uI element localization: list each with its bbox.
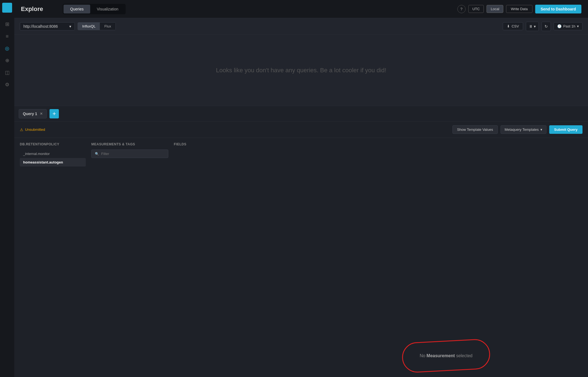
local-button[interactable]: Local (487, 5, 503, 13)
query-tab-1-close[interactable]: ✕ (40, 112, 43, 116)
submit-query-button[interactable]: Submit Query (549, 125, 582, 134)
sidebar-icon-dashboard[interactable]: ⊞ (3, 20, 12, 29)
topbar: Explore Queries Visualization ? UTC Loca… (14, 0, 588, 18)
fields-col: Fields (174, 142, 229, 325)
empty-query-message: Looks like you don't have any queries. B… (216, 67, 386, 74)
query-tab-1-label: Query 1 (23, 112, 37, 116)
toolbar-right: ⬇ CSV ⏸ ▾ ↻ 🕐 Past 1h ▾ (503, 22, 582, 31)
sidebar-icon-nav1[interactable]: ≡ (3, 32, 12, 41)
help-button[interactable]: ? (457, 5, 466, 13)
db-col-header: DB.RetentionPolicy (20, 142, 86, 146)
download-icon: ⬇ (507, 24, 510, 28)
sidebar-icon-nav2[interactable]: ⊕ (3, 56, 12, 65)
csv-label: CSV (512, 24, 519, 28)
sidebar-icon-nav3[interactable]: ◫ (3, 68, 12, 77)
time-range-label: Past 1h (563, 24, 575, 28)
query-tabs-row: Query 1 ✕ + (14, 106, 588, 121)
refresh-button[interactable]: ↻ (542, 22, 551, 31)
db-url-label: http://localhost:8086 (23, 24, 58, 29)
query-tab-1[interactable]: Query 1 ✕ (19, 109, 47, 118)
query-builder-toolbar: ⚠ Unsubmitted Show Template Values Metaq… (14, 121, 588, 138)
tab-flux[interactable]: Flux (100, 23, 116, 30)
db-selector-chevron: ▾ (69, 24, 71, 29)
db-item-internal[interactable]: _internal.monitor (20, 149, 86, 158)
send-to-dashboard-button[interactable]: Send to Dashboard (535, 5, 581, 13)
sidebar-icon-explore[interactable]: ◎ (3, 44, 12, 53)
app-logo (2, 3, 12, 13)
clock-icon: 🕐 (557, 24, 562, 28)
db-selector[interactable]: http://localhost:8086 ▾ (20, 22, 75, 31)
filter-input[interactable] (101, 152, 165, 156)
query-empty-area: Looks like you don't have any queries. B… (14, 35, 588, 106)
page-title: Explore (21, 5, 54, 13)
warning-icon: ⚠ (20, 127, 23, 132)
pause-icon: ⏸ (529, 24, 533, 29)
topbar-actions: ? UTC Local Write Data Send to Dashboard (457, 5, 581, 13)
pause-chevron: ▾ (534, 24, 536, 29)
utc-button[interactable]: UTC (468, 5, 484, 13)
write-data-button[interactable]: Write Data (506, 5, 532, 13)
language-tabs: InfluxQL Flux (78, 22, 116, 30)
metaquery-label: Metaquery Templates (505, 127, 539, 132)
filter-search-icon: 🔍 (95, 152, 99, 156)
unsubmitted-label: Unsubmitted (25, 127, 45, 132)
measurements-tags-col: Measurements & Tags 🔍 (91, 142, 168, 325)
no-measurement-panel: No Measurement selected (409, 346, 483, 366)
measurements-col-header: Measurements & Tags (91, 142, 168, 146)
add-query-button[interactable]: + (50, 109, 59, 118)
filter-input-wrapper: 🔍 (91, 149, 168, 158)
no-measurement-before: No (420, 353, 427, 358)
no-measurement-bold: Measurement (427, 353, 455, 358)
query-builder: ⚠ Unsubmitted Show Template Values Metaq… (14, 121, 588, 377)
sidebar: ⊞ ≡ ◎ ⊕ ◫ ⚙ (0, 0, 14, 377)
refresh-icon: ↻ (545, 24, 548, 29)
no-measurement-after: selected (455, 353, 472, 358)
time-range-chevron: ▾ (577, 24, 579, 28)
csv-button[interactable]: ⬇ CSV (503, 22, 523, 30)
main-content: Explore Queries Visualization ? UTC Loca… (14, 0, 588, 377)
query-toolbar: http://localhost:8086 ▾ InfluxQL Flux ⬇ … (14, 18, 588, 35)
tab-visualization[interactable]: Visualization (90, 5, 125, 13)
pause-button[interactable]: ⏸ ▾ (526, 22, 539, 31)
no-measurement-text: No Measurement selected (420, 353, 472, 358)
time-range-button[interactable]: 🕐 Past 1h ▾ (554, 22, 582, 30)
sidebar-icon-nav4[interactable]: ⚙ (3, 80, 12, 89)
show-template-values-button[interactable]: Show Template Values (452, 125, 498, 134)
topbar-tabs: Queries Visualization (63, 4, 126, 14)
fields-col-header: Fields (174, 142, 229, 146)
unsubmitted-badge: ⚠ Unsubmitted (20, 127, 45, 132)
db-retention-policy-col: DB.RetentionPolicy _internal.monitor hom… (20, 142, 86, 325)
metaquery-templates-button[interactable]: Metaquery Templates ▾ (501, 125, 546, 134)
tab-influxql[interactable]: InfluxQL (78, 23, 100, 30)
builder-actions: Show Template Values Metaquery Templates… (452, 125, 582, 134)
schema-explorer: DB.RetentionPolicy _internal.monitor hom… (14, 138, 588, 329)
db-item-homeassistant[interactable]: homeassistant.autogen (20, 158, 86, 167)
metaquery-chevron: ▾ (540, 127, 542, 132)
tab-queries[interactable]: Queries (64, 5, 90, 13)
